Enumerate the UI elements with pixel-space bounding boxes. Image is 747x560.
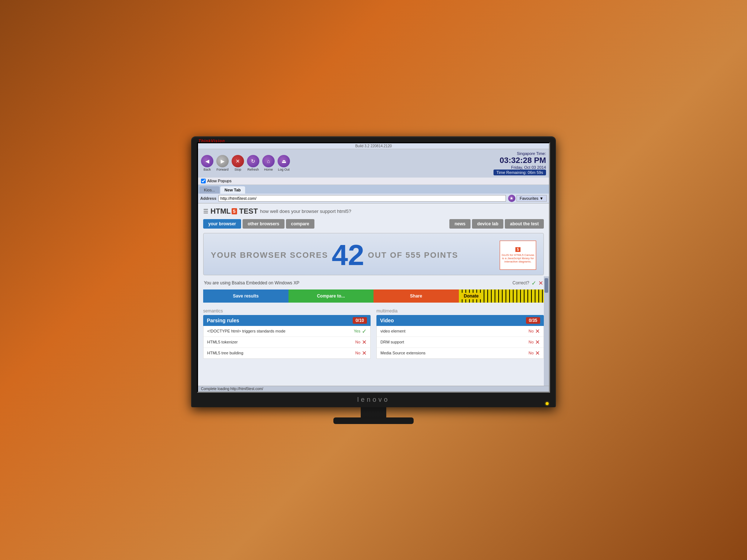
score-number: 42 [332, 241, 364, 270]
html5-logo: HTML 5 TEST [210, 207, 258, 215]
monitor-frame: ThinkVision Build 3.2 220814.2120 ◀ [191, 136, 556, 407]
table-row: HTML5 tokenizer No ✕ [204, 337, 370, 348]
logout-button[interactable]: ⏏ [278, 155, 290, 167]
parsing-rules-score: 0/10 [353, 317, 367, 324]
time-remaining: Time Remaining: 06m 59s [494, 170, 546, 175]
table-row: Media Source extensions No ✕ [377, 348, 543, 358]
correct-label: Correct? [512, 280, 529, 285]
home-button[interactable]: ⌂ [262, 155, 275, 167]
multimedia-section: multimedia Video 0/35 video element No ✕ [376, 308, 544, 359]
favourites-button[interactable]: Favourites ▼ [516, 195, 547, 202]
check-icon: ✓ [362, 328, 367, 335]
tab-your-browser[interactable]: your browser [203, 219, 241, 229]
back-button[interactable]: ◀ [201, 155, 213, 167]
tab-compare[interactable]: compare [286, 219, 314, 229]
hamburger-icon[interactable]: ☰ [203, 208, 208, 215]
favourites-icon: ★ [510, 196, 514, 201]
table-row: DRM support No ✕ [377, 337, 543, 348]
site-tagline: how well does your browser support html5… [260, 209, 351, 214]
result-no: No [529, 340, 534, 344]
tab-device-lab[interactable]: device lab [472, 219, 503, 229]
address-input[interactable] [218, 195, 506, 202]
check-icon[interactable]: ✓ [531, 280, 536, 287]
home-label: Home [264, 168, 273, 171]
video-score: 0/35 [526, 317, 540, 324]
forward-button[interactable]: ▶ [216, 155, 229, 167]
stop-button[interactable]: ✕ [232, 155, 244, 167]
correct-buttons: Correct? ✓ ✕ [512, 280, 543, 287]
refresh-label: Refresh [247, 168, 259, 171]
clock-area: Singapore Time: 03:32:28 PM Friday, Oct … [494, 151, 546, 175]
logout-icon: ⏏ [282, 158, 286, 164]
x-icon: ✕ [535, 339, 540, 346]
item-label: video element [380, 329, 406, 333]
allow-popups-bar: Allow Popups [198, 178, 549, 185]
scrollbar[interactable] [544, 276, 549, 386]
favourites-dropdown-icon: ▼ [539, 196, 543, 201]
tab-newtab[interactable]: New Tab [220, 186, 245, 194]
x-icon: ✕ [535, 328, 540, 335]
tab-about-test[interactable]: about the test [505, 219, 544, 229]
html5-badge: 5 [232, 208, 237, 214]
refresh-button[interactable]: ↻ [247, 155, 259, 167]
lenovo-brand: lenovo [357, 396, 390, 404]
build-info: Build 3.2 220814.2120 [355, 144, 392, 148]
address-bar: Address ★ Favourites ▼ [198, 194, 549, 203]
home-icon: ⌂ [267, 158, 270, 164]
score-ad-badge: 5 [515, 247, 520, 252]
item-result: No ✕ [529, 328, 540, 335]
clock-time: 03:32:28 PM [494, 156, 546, 165]
item-result: No ✕ [355, 339, 367, 346]
score-text-group: YOUR BROWSER SCORES 42 OUT OF 555 POINTS [211, 241, 496, 270]
tab-other-browsers[interactable]: other browsers [243, 219, 285, 229]
allow-popups-checkbox[interactable] [201, 179, 206, 183]
stop-icon: ✕ [236, 158, 240, 164]
clock-date: Friday, Oct 03 2014 [494, 165, 546, 170]
compare-button[interactable]: Compare to... [289, 289, 374, 303]
page-content: ☰ HTML 5 TEST how well does your browser… [198, 203, 549, 386]
x-icon: ✕ [535, 350, 540, 357]
share-button[interactable]: Share [374, 289, 459, 303]
result-no: No [355, 340, 360, 344]
table-row: <!DOCTYPE html> triggers standards mode … [204, 326, 370, 337]
item-result: No ✕ [529, 339, 540, 346]
donate-button[interactable]: Donate [459, 289, 544, 303]
save-results-button[interactable]: Save results [203, 289, 289, 303]
forward-icon: ▶ [221, 158, 225, 164]
site-header: ☰ HTML 5 TEST how well does your browser… [203, 207, 544, 215]
back-icon: ◀ [205, 158, 209, 164]
action-bar: Save results Compare to... Share Donate [203, 289, 544, 303]
forward-label: Forward [216, 168, 228, 171]
tab-kios[interactable]: Kios... [200, 186, 220, 194]
nav-tabs-left: your browser other browsers compare [203, 219, 314, 229]
monitor-screen: Build 3.2 220814.2120 ◀ Back ▶ [197, 142, 550, 393]
monitor-base [333, 417, 414, 424]
semantics-section: semantics Parsing rules 0/10 <!DOCTYPE h… [203, 308, 371, 359]
video-header: Video 0/35 [376, 315, 544, 326]
item-label: HTML5 tree building [207, 351, 243, 355]
parsing-rules-name: Parsing rules [207, 318, 239, 323]
parsing-rules-header: Parsing rules 0/10 [203, 315, 371, 326]
scrollbar-thumb[interactable] [545, 278, 548, 293]
result-no: No [355, 351, 360, 355]
item-result: No ✕ [529, 350, 540, 357]
multimedia-label: multimedia [376, 308, 544, 314]
score-ad[interactable]: 5 GoJS for HTML5 Canvas is a JavaScript … [500, 241, 536, 270]
score-label-left: YOUR BROWSER SCORES [211, 250, 328, 260]
status-text: Complete loading http://html5test.com/ [201, 387, 263, 391]
back-label: Back [204, 168, 211, 171]
tabs-bar: Kios... New Tab [198, 185, 549, 194]
table-row: video element No ✕ [377, 326, 543, 337]
score-section: YOUR BROWSER SCORES 42 OUT OF 555 POINTS… [203, 233, 544, 275]
item-result: No ✕ [355, 350, 367, 357]
result-no: No [529, 351, 534, 355]
nav-tabs: your browser other browsers compare news… [203, 219, 544, 229]
favourites-label: Favourites [520, 196, 538, 201]
score-ad-text: GoJS for HTML5 Canvas is a JavaScript li… [502, 253, 534, 263]
parsing-rules-items: <!DOCTYPE html> triggers standards mode … [203, 326, 371, 359]
nav-tabs-right: news device lab about the test [449, 219, 544, 229]
x-icon: ✕ [362, 339, 367, 346]
tab-news[interactable]: news [449, 219, 471, 229]
stop-label: Stop [235, 168, 241, 171]
wrong-icon[interactable]: ✕ [538, 280, 543, 287]
